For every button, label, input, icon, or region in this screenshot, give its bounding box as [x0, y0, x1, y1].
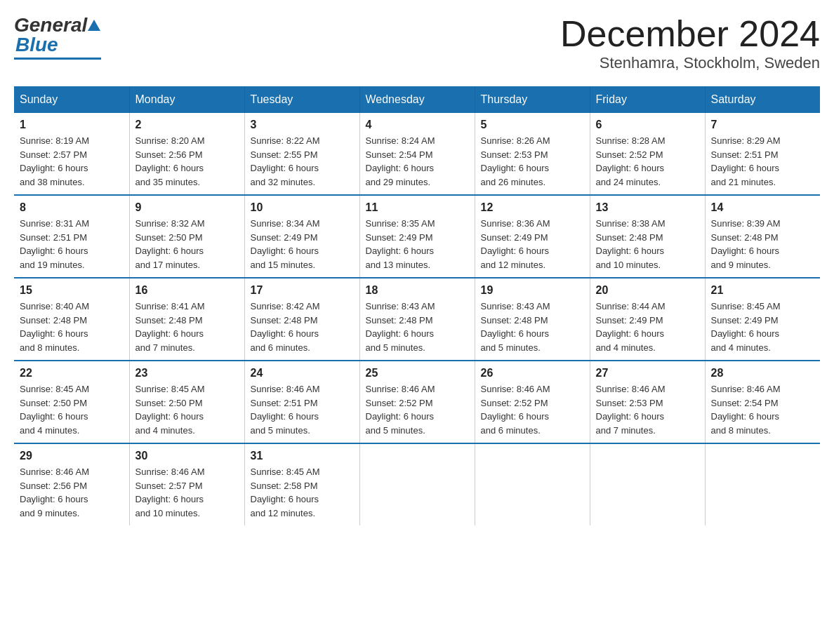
day-info: Sunrise: 8:39 AMSunset: 2:48 PMDaylight:…: [711, 217, 815, 271]
day-info: Sunrise: 8:38 AMSunset: 2:48 PMDaylight:…: [596, 217, 699, 271]
day-number: 6: [596, 119, 699, 131]
table-row: 16Sunrise: 8:41 AMSunset: 2:48 PMDayligh…: [129, 278, 244, 361]
col-tuesday: Tuesday: [244, 86, 359, 113]
day-number: 5: [481, 119, 584, 131]
day-number: 13: [596, 201, 699, 214]
day-info: Sunrise: 8:46 AMSunset: 2:57 PMDaylight:…: [135, 465, 239, 520]
week-row-4: 22Sunrise: 8:45 AMSunset: 2:50 PMDayligh…: [14, 361, 820, 443]
week-row-2: 8Sunrise: 8:31 AMSunset: 2:51 PMDaylight…: [14, 195, 820, 278]
logo-triangle-icon: [88, 18, 100, 32]
week-row-1: 1Sunrise: 8:19 AMSunset: 2:57 PMDaylight…: [14, 113, 820, 195]
day-number: 31: [251, 450, 354, 462]
day-number: 21: [711, 284, 815, 297]
day-number: 14: [711, 201, 815, 214]
day-number: 10: [251, 201, 354, 214]
day-number: 25: [366, 367, 469, 380]
day-number: 1: [20, 119, 124, 131]
day-number: 4: [366, 119, 469, 131]
day-info: Sunrise: 8:29 AMSunset: 2:51 PMDaylight:…: [711, 134, 815, 189]
table-row: 14Sunrise: 8:39 AMSunset: 2:48 PMDayligh…: [705, 195, 820, 278]
table-row: 30Sunrise: 8:46 AMSunset: 2:57 PMDayligh…: [129, 443, 244, 525]
table-row: 26Sunrise: 8:46 AMSunset: 2:52 PMDayligh…: [475, 361, 590, 443]
col-thursday: Thursday: [475, 86, 590, 113]
table-row: [359, 443, 475, 525]
day-info: Sunrise: 8:45 AMSunset: 2:49 PMDaylight:…: [711, 300, 815, 354]
day-info: Sunrise: 8:43 AMSunset: 2:48 PMDaylight:…: [366, 300, 469, 354]
col-wednesday: Wednesday: [359, 86, 475, 113]
table-row: 19Sunrise: 8:43 AMSunset: 2:48 PMDayligh…: [475, 278, 590, 361]
table-row: 25Sunrise: 8:46 AMSunset: 2:52 PMDayligh…: [359, 361, 475, 443]
table-row: 29Sunrise: 8:46 AMSunset: 2:56 PMDayligh…: [14, 443, 129, 525]
table-row: 27Sunrise: 8:46 AMSunset: 2:53 PMDayligh…: [590, 361, 705, 443]
day-number: 15: [20, 284, 124, 297]
day-info: Sunrise: 8:24 AMSunset: 2:54 PMDaylight:…: [366, 134, 469, 189]
table-row: 10Sunrise: 8:34 AMSunset: 2:49 PMDayligh…: [244, 195, 359, 278]
week-row-5: 29Sunrise: 8:46 AMSunset: 2:56 PMDayligh…: [14, 443, 820, 525]
month-title: December 2024: [560, 14, 820, 54]
table-row: 23Sunrise: 8:45 AMSunset: 2:50 PMDayligh…: [129, 361, 244, 443]
day-info: Sunrise: 8:26 AMSunset: 2:53 PMDaylight:…: [481, 134, 584, 189]
day-number: 29: [20, 450, 124, 462]
table-row: 31Sunrise: 8:45 AMSunset: 2:58 PMDayligh…: [244, 443, 359, 525]
table-row: 22Sunrise: 8:45 AMSunset: 2:50 PMDayligh…: [14, 361, 129, 443]
day-number: 23: [135, 367, 239, 380]
day-number: 3: [251, 119, 354, 131]
logo-underline: [14, 58, 101, 60]
day-info: Sunrise: 8:46 AMSunset: 2:52 PMDaylight:…: [366, 382, 469, 437]
table-row: 7Sunrise: 8:29 AMSunset: 2:51 PMDaylight…: [705, 113, 820, 195]
table-row: 21Sunrise: 8:45 AMSunset: 2:49 PMDayligh…: [705, 278, 820, 361]
page-header: General Blue December 2024 Stenhamra, St…: [14, 14, 820, 72]
table-row: 24Sunrise: 8:46 AMSunset: 2:51 PMDayligh…: [244, 361, 359, 443]
day-number: 17: [251, 284, 354, 297]
day-number: 22: [20, 367, 124, 380]
day-info: Sunrise: 8:20 AMSunset: 2:56 PMDaylight:…: [135, 134, 239, 189]
table-row: 18Sunrise: 8:43 AMSunset: 2:48 PMDayligh…: [359, 278, 475, 361]
day-info: Sunrise: 8:22 AMSunset: 2:55 PMDaylight:…: [251, 134, 354, 189]
day-info: Sunrise: 8:28 AMSunset: 2:52 PMDaylight:…: [596, 134, 699, 189]
day-info: Sunrise: 8:34 AMSunset: 2:49 PMDaylight:…: [251, 217, 354, 271]
logo: General Blue: [14, 14, 101, 60]
table-row: 4Sunrise: 8:24 AMSunset: 2:54 PMDaylight…: [359, 113, 475, 195]
table-row: [705, 443, 820, 525]
header-row: Sunday Monday Tuesday Wednesday Thursday…: [14, 86, 820, 113]
day-number: 28: [711, 367, 815, 380]
day-info: Sunrise: 8:46 AMSunset: 2:53 PMDaylight:…: [596, 382, 699, 437]
table-row: 17Sunrise: 8:42 AMSunset: 2:48 PMDayligh…: [244, 278, 359, 361]
table-row: [475, 443, 590, 525]
day-number: 7: [711, 119, 815, 131]
day-info: Sunrise: 8:44 AMSunset: 2:49 PMDaylight:…: [596, 300, 699, 354]
day-number: 27: [596, 367, 699, 380]
table-row: 12Sunrise: 8:36 AMSunset: 2:49 PMDayligh…: [475, 195, 590, 278]
day-number: 18: [366, 284, 469, 297]
logo-blue: Blue: [15, 34, 58, 56]
day-info: Sunrise: 8:46 AMSunset: 2:51 PMDaylight:…: [251, 382, 354, 437]
day-info: Sunrise: 8:46 AMSunset: 2:56 PMDaylight:…: [20, 465, 124, 520]
calendar-table: Sunday Monday Tuesday Wednesday Thursday…: [14, 86, 820, 525]
day-info: Sunrise: 8:42 AMSunset: 2:48 PMDaylight:…: [251, 300, 354, 354]
location: Stenhamra, Stockholm, Sweden: [560, 54, 820, 72]
day-info: Sunrise: 8:36 AMSunset: 2:49 PMDaylight:…: [481, 217, 584, 271]
day-info: Sunrise: 8:32 AMSunset: 2:50 PMDaylight:…: [135, 217, 239, 271]
col-saturday: Saturday: [705, 86, 820, 113]
day-info: Sunrise: 8:45 AMSunset: 2:58 PMDaylight:…: [251, 465, 354, 520]
day-number: 9: [135, 201, 239, 214]
table-row: 15Sunrise: 8:40 AMSunset: 2:48 PMDayligh…: [14, 278, 129, 361]
day-info: Sunrise: 8:46 AMSunset: 2:54 PMDaylight:…: [711, 382, 815, 437]
table-row: 20Sunrise: 8:44 AMSunset: 2:49 PMDayligh…: [590, 278, 705, 361]
day-number: 8: [20, 201, 124, 214]
day-info: Sunrise: 8:43 AMSunset: 2:48 PMDaylight:…: [481, 300, 584, 354]
table-row: 1Sunrise: 8:19 AMSunset: 2:57 PMDaylight…: [14, 113, 129, 195]
table-row: [590, 443, 705, 525]
table-row: 3Sunrise: 8:22 AMSunset: 2:55 PMDaylight…: [244, 113, 359, 195]
title-block: December 2024 Stenhamra, Stockholm, Swed…: [560, 14, 820, 72]
day-number: 11: [366, 201, 469, 214]
week-row-3: 15Sunrise: 8:40 AMSunset: 2:48 PMDayligh…: [14, 278, 820, 361]
day-number: 20: [596, 284, 699, 297]
day-info: Sunrise: 8:19 AMSunset: 2:57 PMDaylight:…: [20, 134, 124, 189]
day-info: Sunrise: 8:46 AMSunset: 2:52 PMDaylight:…: [481, 382, 584, 437]
svg-marker-0: [88, 20, 100, 31]
col-sunday: Sunday: [14, 86, 129, 113]
table-row: 13Sunrise: 8:38 AMSunset: 2:48 PMDayligh…: [590, 195, 705, 278]
col-monday: Monday: [129, 86, 244, 113]
table-row: 11Sunrise: 8:35 AMSunset: 2:49 PMDayligh…: [359, 195, 475, 278]
